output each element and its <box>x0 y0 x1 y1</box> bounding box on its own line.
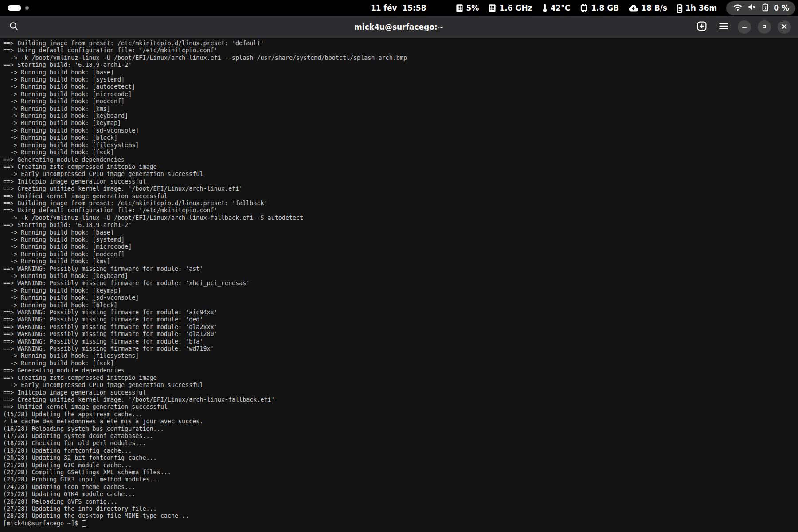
terminal-output-line: (20/28) Updating 32-bit fontconfig cache… <box>3 454 798 462</box>
maximize-icon <box>761 23 767 31</box>
terminal-output-line: -> Running build hook: [base] <box>3 69 798 76</box>
temperature-indicator[interactable]: 42°C <box>542 4 571 12</box>
terminal-output-line: ==> Unified kernel image generation succ… <box>3 403 798 411</box>
terminal-output-line: ==> Generating module dependencies <box>3 367 798 374</box>
terminal-output-line: (22/28) Compiling GSettings XML schema f… <box>3 469 798 476</box>
terminal-output-line: ==> WARNING: Possibly missing firmware f… <box>3 280 798 287</box>
terminal-output-line: ==> WARNING: Possibly missing firmware f… <box>3 266 798 273</box>
window-title: mick4u@surfacego:~ <box>354 23 444 31</box>
thermometer-icon <box>542 4 548 12</box>
terminal-title-bar: mick4u@surfacego:~ <box>0 16 798 38</box>
terminal-output-line: -> Running build hook: [microcode] <box>3 243 798 250</box>
terminal-output-line: -> Running build hook: [block] <box>3 302 798 309</box>
terminal-output-line: -> Early uncompressed CPIO image generat… <box>3 382 798 389</box>
terminal-output-line: ==> WARNING: Possibly missing firmware f… <box>3 324 798 331</box>
terminal-output-line: -> Running build hook: [systemd] <box>3 76 798 83</box>
terminal-output-line: -> Running build hook: [systemd] <box>3 236 798 243</box>
search-icon <box>9 21 19 33</box>
terminal-output-line: -> Running build hook: [block] <box>3 134 798 141</box>
terminal-output-line: (27/28) Updating the info directory file… <box>3 505 798 512</box>
terminal-output-line: (15/28) Updating the appstream cache... <box>3 411 798 418</box>
maximize-button[interactable] <box>758 20 771 34</box>
terminal-cursor <box>82 520 86 527</box>
memory-usage-value: 5% <box>466 4 479 12</box>
battery-time-value: 1h 36m <box>685 4 717 12</box>
terminal-output-line: -> Running build hook: [keymap] <box>3 120 798 127</box>
terminal-output-line: -> Running build hook: [fsck] <box>3 360 798 367</box>
terminal-output-line: ==> Creating unified kernel image: '/boo… <box>3 185 798 192</box>
new-tab-icon <box>696 21 707 33</box>
minimize-icon <box>741 23 747 31</box>
terminal-output-line: -> Running build hook: [keymap] <box>3 287 798 294</box>
terminal-output-line: (19/28) Updating fontconfig cache... <box>3 447 798 454</box>
new-tab-button[interactable] <box>694 20 709 35</box>
terminal-output-line: ==> Creating zstd-compressed initcpio im… <box>3 375 798 382</box>
terminal-output-line: -> Running build hook: [fsck] <box>3 149 798 156</box>
title-bar-controls <box>694 20 791 35</box>
memory-size-indicator[interactable]: 1.8 GB <box>579 4 619 12</box>
close-button[interactable] <box>778 20 791 34</box>
terminal-output-line: -> Running build hook: [sd-vconsole] <box>3 294 798 301</box>
terminal-output-line: -> Running build hook: [modconf] <box>3 98 798 105</box>
memory-usage-icon <box>455 4 464 12</box>
terminal-output-line: ==> Creating zstd-compressed initcpio im… <box>3 164 798 171</box>
terminal-output-line: (25/28) Updating GTK4 module cache... <box>3 491 798 498</box>
cpu-frequency-indicator[interactable]: 1.6 GHz <box>488 4 532 12</box>
terminal-output-line: (16/28) Reloading system bus configurati… <box>3 426 798 433</box>
network-traffic-value: 18 B/s <box>641 4 667 12</box>
workspace-indicator[interactable] <box>8 5 29 11</box>
workspace-inactive-dot-icon <box>25 6 29 10</box>
terminal-output-line: ==> WARNING: Possibly missing firmware f… <box>3 338 798 345</box>
terminal-output-line: ==> WARNING: Possibly missing firmware f… <box>3 316 798 323</box>
terminal-output-line: -> Running build hook: [base] <box>3 229 798 236</box>
terminal-output-line: (23/28) Probing GTK3 input method module… <box>3 476 798 483</box>
terminal-output-line: -> Running build hook: [kms] <box>3 258 798 265</box>
quick-settings[interactable]: 0 % <box>726 1 795 15</box>
terminal-output-line: -> Running build hook: [modconf] <box>3 251 798 258</box>
minimize-button[interactable] <box>738 20 751 34</box>
terminal-output-line: -> Running build hook: [sd-vconsole] <box>3 127 798 134</box>
network-traffic-indicator[interactable]: 18 B/s <box>628 4 667 12</box>
terminal-output-line: -> -k /boot/vmlinuz-linux -U /boot/EFI/L… <box>3 215 798 222</box>
terminal-output-line: ==> WARNING: Possibly missing firmware f… <box>3 345 798 352</box>
terminal-output-line: ==> Unified kernel image generation succ… <box>3 193 798 200</box>
terminal-output-line: -> Running build hook: [filesystems] <box>3 352 798 360</box>
terminal-output-line: -> Running build hook: [keyboard] <box>3 273 798 280</box>
menu-button[interactable] <box>716 20 731 35</box>
terminal-output-line: -> Running build hook: [keyboard] <box>3 113 798 120</box>
battery-charging-icon <box>762 3 769 13</box>
terminal-output-line: ==> WARNING: Possibly missing firmware f… <box>3 309 798 316</box>
terminal-output-line: (28/28) Updating the desktop file MIME t… <box>3 512 798 520</box>
terminal-output-line: ==> Using default configuration file: '/… <box>3 207 798 214</box>
battery-time-indicator[interactable]: 1h 36m <box>677 4 717 13</box>
terminal-output: ==> Building image from preset: /etc/mki… <box>3 40 798 520</box>
wifi-icon <box>733 4 743 13</box>
cpu-frequency-icon <box>488 4 497 12</box>
terminal-output-line: (21/28) Updating GIO module cache... <box>3 462 798 469</box>
terminal-output-line: (24/28) Updating icon theme caches... <box>3 484 798 491</box>
terminal-output-line: ==> Initcpio image generation successful <box>3 389 798 396</box>
terminal-output-line: (17/28) Updating system dconf databases.… <box>3 433 798 440</box>
terminal-output-line: ==> Building image from preset: /etc/mki… <box>3 200 798 207</box>
terminal-output-line: ==> Starting build: '6.18.9-arch1-2' <box>3 222 798 229</box>
clock[interactable]: 11 fév 15:58 <box>371 0 426 16</box>
temperature-value: 42°C <box>551 4 571 12</box>
battery-percent-value: 0 % <box>774 4 789 12</box>
network-download-icon <box>628 4 638 12</box>
terminal-screen[interactable]: ==> Building image from preset: /etc/mki… <box>0 38 798 532</box>
terminal-output-line: ==> Starting build: '6.18.9-arch1-2' <box>3 62 798 69</box>
terminal-output-line: ==> Initcpio image generation successful <box>3 178 798 185</box>
terminal-output-line: (18/28) Checking for old perl modules... <box>3 440 798 447</box>
terminal-output-line: ==> Creating unified kernel image: '/boo… <box>3 396 798 403</box>
terminal-output-line: ==> WARNING: Possibly missing firmware f… <box>3 331 798 338</box>
terminal-output-line: ==> Generating module dependencies <box>3 156 798 164</box>
terminal-output-line: -> Early uncompressed CPIO image generat… <box>3 171 798 178</box>
terminal-output-line: -> -k /boot/vmlinuz-linux -U /boot/EFI/L… <box>3 55 798 62</box>
terminal-output-line: -> Running build hook: [microcode] <box>3 91 798 98</box>
search-button[interactable] <box>6 20 21 35</box>
close-icon <box>781 23 787 31</box>
memory-usage-indicator[interactable]: 5% <box>455 4 479 12</box>
terminal-output-line: ✓ Le cache des métadonnées a été mis à j… <box>3 418 798 425</box>
cpu-frequency-value: 1.6 GHz <box>499 4 532 12</box>
workspace-active-pill-icon <box>8 5 21 11</box>
